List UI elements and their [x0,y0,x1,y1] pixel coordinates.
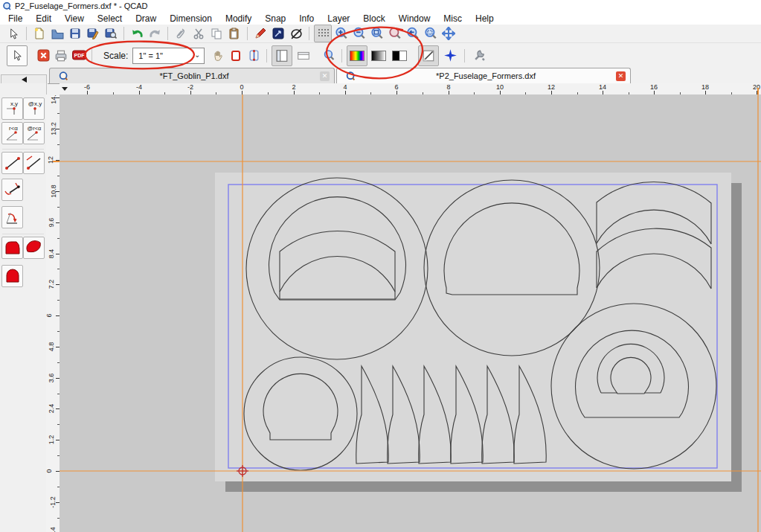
zoom-previous-button[interactable] [405,25,421,42]
tab-bar: *FT_Goblin_P1.dxf ✕ *P2_Fuselage_Formers… [0,67,761,83]
zoom-out-button[interactable] [351,25,367,42]
attach-button[interactable] [173,25,189,42]
pan-hand-button[interactable] [210,48,226,64]
menu-window[interactable]: Window [392,13,437,24]
save-as-button[interactable] [85,25,101,42]
drawing-view [60,94,761,532]
red-close-icon [37,49,50,62]
grayscale-swatch-icon [371,51,386,61]
cut-button[interactable] [190,25,207,42]
tab-strip: *FT_Goblin_P1.dxf ✕ *P2_Fuselage_Formers… [48,67,632,84]
redo-button[interactable] [147,25,163,42]
qcad-file-icon [346,71,356,81]
tab-ft-goblin[interactable]: *FT_Goblin_P1.dxf ✕ [49,68,335,83]
draw-order-button[interactable] [418,45,439,66]
svg-text:@r<α: @r<α [27,125,41,132]
pdf-icon: PDF [72,50,86,61]
save-button[interactable] [67,25,83,42]
tab-label: *FT_Goblin_P1.dxf [68,71,320,80]
pan-button[interactable] [440,25,457,42]
zoom-page-button[interactable] [321,48,337,64]
draw-order-icon [422,49,435,63]
save-preview-button[interactable] [103,25,119,42]
tab-p2-fuselage-formers[interactable]: *P2_Fuselage_Formers.dxf ✕ [336,68,631,83]
svg-text:@x,y: @x,y [28,100,41,107]
copy-button[interactable] [208,25,225,42]
draw-pencil-button[interactable] [252,25,269,42]
undo-button[interactable] [129,25,145,42]
chevron-down-icon: ⌄ [194,51,200,59]
red-pencil-icon [254,28,266,39]
snap-coordinate-relative-xy-button[interactable]: @x,y [23,97,45,120]
zoom-refresh-button[interactable] [387,25,403,42]
menu-dimension[interactable]: Dimension [163,13,219,24]
shape-dome-red-button[interactable] [1,265,23,287]
printer-icon [54,49,68,63]
cad-toolbar-panel: x,y @x,y r<α @r<α [0,83,47,532]
add-point-button[interactable] [440,46,460,65]
scale-value: 1" = 1" [138,51,163,60]
black-white-mode-button[interactable] [390,46,409,65]
drawing-border-button[interactable] [228,48,244,64]
snap-coordinate-xy-button[interactable]: x,y [1,97,23,120]
cursor-y-marker [53,161,60,162]
snap-coordinate-polar-button[interactable]: r<α [1,122,23,144]
menu-file[interactable]: File [1,13,29,24]
window-title: P2_Fuselage_Formers.dxf * - QCAD [15,1,148,10]
page-portrait-button[interactable] [272,45,292,66]
grid-icon [317,28,329,39]
menu-layer[interactable]: Layer [321,13,356,24]
save-icon [69,28,81,39]
menu-info[interactable]: Info [292,13,321,24]
open-folder-icon [51,28,64,40]
magnifier-icon [323,49,335,62]
zoom-refresh-icon [388,27,402,40]
polyline-tool-button[interactable] [270,25,286,42]
shape-halfmoon-red-button[interactable] [23,237,45,259]
polyline-icon [272,28,284,39]
line-two-points-button[interactable] [1,152,23,174]
line-angle-button[interactable] [23,152,45,174]
close-drawing-button[interactable] [35,48,51,64]
black-white-swatch-icon [392,51,407,61]
open-file-button[interactable] [49,25,65,42]
print-button[interactable] [53,48,69,64]
angle-tool-button[interactable] [1,206,23,228]
menu-block[interactable]: Block [356,13,391,24]
menu-misc[interactable]: Misc [437,13,469,24]
drawing-canvas[interactable] [60,94,761,532]
pointer-tool-button[interactable] [5,25,22,42]
menu-edit[interactable]: Edit [29,13,58,24]
qcad-app-icon [3,2,11,10]
zoom-auto-button[interactable] [369,25,385,42]
pdf-export-button[interactable]: PDF [71,48,87,64]
menu-view[interactable]: View [58,13,91,24]
selection-pointer-button[interactable] [7,45,28,66]
menu-draw[interactable]: Draw [129,13,163,24]
menu-snap[interactable]: Snap [258,13,292,24]
zoom-in-button[interactable] [333,25,350,42]
scale-dropdown[interactable]: 1" = 1" ⌄ [132,48,205,64]
snap-coordinate-relative-polar-button[interactable]: @r<α [23,122,45,144]
ruler-dropdown-arrow-icon[interactable] [62,87,68,91]
menu-select[interactable]: Select [91,13,129,24]
save-as-icon [87,28,99,39]
new-file-button[interactable] [31,25,48,42]
full-color-mode-button[interactable] [347,45,367,66]
reference-point-button[interactable] [245,48,262,64]
shape-corner-red-button[interactable] [1,237,23,259]
tab-close-icon[interactable]: ✕ [320,71,330,81]
tab-close-icon[interactable]: ✕ [616,71,626,81]
ellipse-tool-button[interactable] [288,25,304,42]
grayscale-mode-button[interactable] [369,46,388,65]
line-tangent-button[interactable] [1,179,23,201]
grid-toggle-button[interactable] [314,25,332,42]
settings-button[interactable] [469,46,489,65]
zoom-window-button[interactable] [423,25,439,42]
ellipse-slash-icon [290,28,303,40]
page-landscape-button[interactable] [294,46,313,65]
paste-button[interactable] [226,25,243,42]
menu-help[interactable]: Help [469,13,501,24]
zoom-auto-icon [370,27,384,40]
menu-modify[interactable]: Modify [219,13,258,24]
